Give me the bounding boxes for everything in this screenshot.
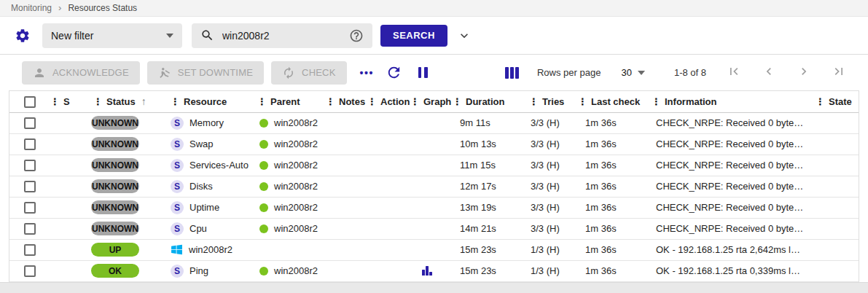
refresh-icon[interactable] — [386, 64, 402, 81]
table-row[interactable]: UNKNOWN SUptime win2008r2 13m 19s 3/3 (H… — [9, 197, 859, 218]
edit-columns-icon[interactable] — [505, 67, 519, 79]
notes-cell — [321, 112, 363, 133]
col-header-s[interactable]: S — [63, 96, 70, 107]
table-row[interactable]: UNKNOWN SCpu win2008r2 14m 21s 3/3 (H) 1… — [9, 218, 859, 239]
drag-handle-icon[interactable]: ⋮ — [529, 97, 539, 106]
parent-name[interactable]: win2008r2 — [274, 202, 318, 213]
drag-handle-icon[interactable]: ⋮ — [367, 97, 377, 106]
drag-handle-icon[interactable]: ⋮ — [93, 97, 103, 106]
search-field[interactable] — [192, 23, 372, 48]
resource-name[interactable]: Cpu — [189, 223, 207, 234]
col-header-state[interactable]: State — [829, 96, 852, 107]
col-header-parent[interactable]: Parent — [270, 96, 300, 107]
tries-cell: 3/3 (H) — [525, 112, 574, 133]
information-cell: CHECK_NRPE: Received 0 byte… — [647, 218, 811, 239]
row-checkbox[interactable] — [24, 117, 36, 129]
more-actions-icon[interactable]: ••• — [360, 67, 374, 79]
col-header-last-check[interactable]: Last check — [591, 96, 640, 107]
filter-expand-chevron-icon[interactable] — [457, 28, 472, 43]
resource-name[interactable]: Ping — [189, 265, 208, 276]
filter-select[interactable]: New filter — [42, 23, 182, 48]
last-page-icon[interactable] — [832, 64, 846, 81]
drag-handle-icon[interactable]: ⋮ — [652, 97, 661, 106]
search-help-icon[interactable] — [349, 28, 364, 43]
information-cell: OK - 192.168.1.25 rta 0,339ms l… — [647, 260, 811, 281]
acknowledge-button[interactable]: ACKNOWLEDGE — [22, 61, 140, 85]
action-cell — [363, 112, 406, 133]
table-row[interactable]: UNKNOWN SServices-Auto win2008r2 11m 15s… — [9, 155, 859, 176]
state-cell — [811, 176, 859, 197]
parent-name[interactable]: win2008r2 — [274, 117, 318, 128]
col-header-resource[interactable]: Resource — [184, 96, 227, 107]
resource-name[interactable]: Swap — [189, 138, 214, 149]
row-checkbox[interactable] — [24, 223, 36, 235]
search-input[interactable] — [222, 30, 324, 42]
search-icon — [200, 28, 214, 42]
drag-handle-icon[interactable]: ⋮ — [50, 97, 60, 106]
graph-icon[interactable] — [422, 266, 448, 276]
row-checkbox[interactable] — [24, 265, 36, 277]
resource-name[interactable]: Memory — [189, 117, 224, 128]
filter-settings-gear-icon[interactable] — [15, 28, 31, 44]
parent-name[interactable]: win2008r2 — [274, 265, 318, 276]
resource-name[interactable]: Services-Auto — [189, 160, 249, 171]
sort-asc-icon[interactable]: ↑ — [141, 95, 146, 107]
status-badge: OK — [91, 264, 139, 278]
table-row[interactable]: UNKNOWN SDisks win2008r2 12m 17s 3/3 (H)… — [9, 176, 859, 197]
col-header-tries[interactable]: Tries — [542, 96, 564, 107]
drag-handle-icon[interactable]: ⋮ — [326, 97, 335, 106]
col-header-information[interactable]: Information — [665, 96, 717, 107]
previous-page-icon[interactable] — [762, 64, 776, 81]
parent-status-dot-icon — [259, 161, 268, 170]
duration-cell: 15m 23s — [448, 260, 525, 281]
table-row[interactable]: UNKNOWN SSwap win2008r2 10m 13s 3/3 (H) … — [9, 133, 859, 155]
resource-name[interactable]: Uptime — [189, 202, 219, 213]
pause-icon[interactable] — [418, 67, 428, 78]
check-label: CHECK — [302, 67, 336, 78]
resource-name[interactable]: win2008r2 — [189, 244, 232, 255]
table-row[interactable]: OK SPing win2008r2 15m 23s 1/3 (H) 1m 36… — [9, 260, 859, 281]
drag-handle-icon[interactable]: ⋮ — [816, 97, 825, 106]
information-cell: CHECK_NRPE: Received 0 byte… — [647, 155, 811, 176]
col-header-graph[interactable]: Graph — [423, 96, 451, 107]
drag-handle-icon[interactable]: ⋮ — [410, 97, 420, 106]
service-type-icon: S — [171, 180, 184, 193]
drag-handle-icon[interactable]: ⋮ — [453, 97, 462, 106]
parent-name[interactable]: win2008r2 — [274, 181, 318, 192]
last-check-cell: 1m 36s — [574, 218, 647, 239]
col-header-duration[interactable]: Duration — [466, 96, 504, 107]
parent-name[interactable]: win2008r2 — [274, 138, 318, 149]
parent-name[interactable]: win2008r2 — [274, 223, 318, 234]
set-downtime-button[interactable]: SET DOWNTIME — [147, 61, 264, 85]
chevron-down-icon — [166, 34, 173, 38]
select-all-checkbox[interactable] — [24, 96, 36, 108]
drag-handle-icon[interactable]: ⋮ — [257, 97, 267, 106]
first-page-icon[interactable] — [727, 64, 741, 81]
table-row[interactable]: UNKNOWN SMemory win2008r2 9m 11s 3/3 (H)… — [9, 112, 859, 133]
drag-handle-icon[interactable]: ⋮ — [171, 97, 180, 106]
next-page-icon[interactable] — [797, 64, 811, 81]
resource-name[interactable]: Disks — [189, 181, 213, 192]
breadcrumb-monitoring[interactable]: Monitoring — [11, 3, 52, 13]
status-badge: UNKNOWN — [91, 222, 139, 235]
row-checkbox[interactable] — [24, 181, 36, 192]
row-checkbox[interactable] — [24, 138, 36, 150]
breadcrumb-resources-status[interactable]: Resources Status — [68, 3, 137, 13]
table-row[interactable]: UP win2008r2 15m 23s 1/3 (H) 1m 36s OK -… — [9, 239, 859, 260]
row-checkbox[interactable] — [24, 202, 36, 214]
drag-handle-icon[interactable]: ⋮ — [578, 97, 587, 106]
row-checkbox[interactable] — [24, 160, 36, 171]
status-badge: UNKNOWN — [91, 179, 139, 193]
downtime-worker-icon — [158, 66, 171, 79]
check-button[interactable]: CHECK — [271, 61, 347, 85]
col-header-notes[interactable]: Notes — [339, 96, 365, 107]
search-button[interactable]: SEARCH — [380, 25, 447, 47]
windows-logo-icon — [171, 243, 183, 256]
col-header-status[interactable]: Status — [106, 96, 136, 107]
col-header-action[interactable]: Action — [380, 96, 410, 107]
rows-per-page-value: 30 — [621, 67, 631, 78]
row-checkbox[interactable] — [24, 244, 36, 256]
parent-name[interactable]: win2008r2 — [274, 160, 318, 171]
rows-per-page-select[interactable]: 30 — [621, 67, 644, 78]
actions-toolbar: ACKNOWLEDGE SET DOWNTIME CHECK ••• Rows … — [0, 55, 868, 90]
